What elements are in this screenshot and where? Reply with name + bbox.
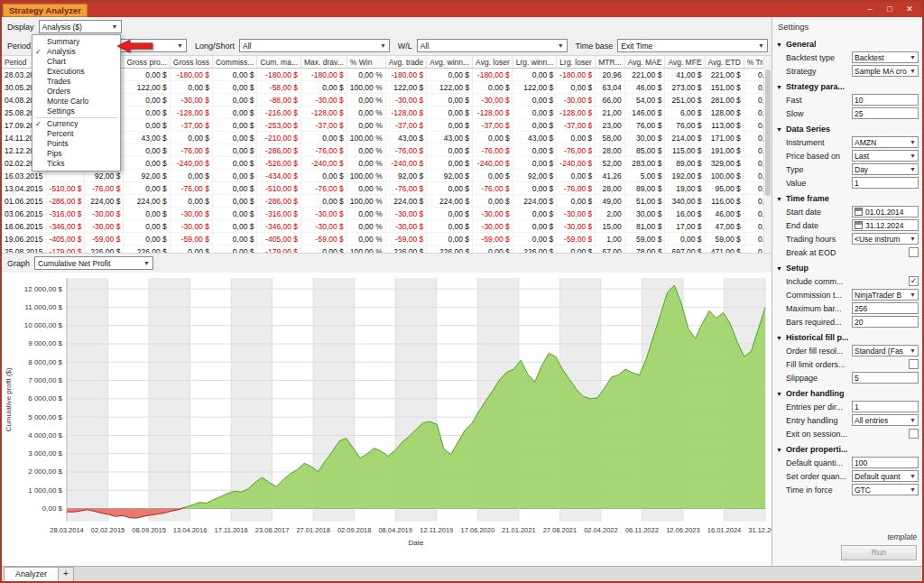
bars-required-input[interactable]: 20 — [852, 316, 919, 328]
default-quanti-input[interactable]: 100 — [852, 457, 919, 468]
start-date-input[interactable]: 01.01.2014 — [852, 206, 919, 217]
table-cell: 100,00 % — [346, 245, 385, 254]
slippage-input[interactable]: 5 — [852, 372, 919, 384]
menu-item-currency[interactable]: ✓Currency — [32, 119, 120, 129]
menu-item-points[interactable]: Points — [32, 139, 120, 149]
run-button[interactable]: Run — [841, 545, 917, 560]
long-short-label: Long/Short — [195, 42, 235, 51]
entries-per-dir-input[interactable]: 1 — [852, 401, 919, 412]
menu-item-trades[interactable]: Trades — [32, 77, 120, 87]
strategy-select[interactable]: Sample MA cro▼ — [852, 65, 919, 77]
menu-item-orders[interactable]: Orders — [32, 87, 120, 97]
template-link[interactable]: template — [887, 532, 917, 541]
set-order-quan-select[interactable]: Default quant▼ — [852, 470, 919, 482]
exit-on-session-checkbox[interactable] — [909, 429, 919, 439]
section-header-historical-fill-p[interactable]: ▼ Historical fill p... — [776, 331, 919, 344]
column-header[interactable]: Gross loss — [170, 56, 212, 69]
time-base-select[interactable]: Exit Time ▼ — [617, 39, 768, 52]
column-header[interactable]: Avg. MFE — [665, 56, 705, 69]
time-in-force-select[interactable]: GTC▼ — [852, 484, 919, 495]
maximize-button[interactable]: □ — [884, 3, 895, 16]
table-cell: -30,00 $ — [301, 220, 347, 233]
table-row[interactable]: 03.06.2015-316,00 $-30,00 $0,00 $-30,00 … — [2, 208, 772, 220]
table-cell: 13.04.2015 — [2, 182, 46, 195]
section-header-order-properti[interactable]: ▼ Order properti... — [776, 443, 919, 456]
menu-item-analysis[interactable]: ✓Analysis — [32, 47, 120, 57]
svg-text:13.04.2016: 13.04.2016 — [173, 526, 208, 534]
column-header[interactable]: Avg. loser — [473, 56, 513, 69]
tab-analyzer[interactable]: Analyzer — [4, 567, 59, 581]
table-row[interactable]: 25.08.2015-179,00 $226,00 $226,00 $0,00 … — [2, 245, 772, 254]
section-header-general[interactable]: ▼ General — [776, 38, 919, 51]
backtest-type-select[interactable]: Backtest▼ — [852, 51, 919, 63]
cumulative-profit-chart[interactable]: 0,00 $1 000,00 $2 000,00 $3 000,00 $4 00… — [2, 273, 772, 566]
chevron-down-icon: ▼ — [910, 54, 916, 60]
add-tab-button[interactable]: + — [59, 567, 74, 581]
section-header-time-frame[interactable]: ▼ Time frame — [776, 192, 919, 205]
menu-item-monte-carlo[interactable]: Monte Carlo — [32, 97, 120, 106]
table-cell: 76,00 $ — [665, 119, 705, 132]
menu-item-percent[interactable]: Percent — [32, 129, 120, 139]
column-header[interactable]: Lrg. winn... — [513, 56, 557, 69]
column-header[interactable]: Avg. trade — [385, 56, 427, 69]
table-row[interactable]: 13.04.2015-510,00 $-76,00 $0,00 $-76,00 … — [2, 182, 772, 195]
scrollbar-thumb[interactable] — [765, 69, 771, 196]
section-header-strategy-para[interactable]: ▼ Strategy para... — [776, 80, 919, 93]
maximum-bar-input[interactable]: 256 — [852, 302, 919, 314]
value-input[interactable]: 1 — [852, 177, 919, 189]
trading-hours-select[interactable]: <Use instrum▼ — [852, 233, 919, 245]
table-cell: 5,00 $ — [624, 170, 665, 182]
commission-t-select[interactable]: NinjaTrader B▼ — [852, 289, 919, 301]
table-cell: -37,00 $ — [301, 119, 347, 132]
section-header-order-handling[interactable]: ▼ Order handling — [776, 387, 919, 400]
order-fill-resol-select[interactable]: Standard (Fas▼ — [852, 345, 919, 356]
table-cell: 43,00 $ — [385, 132, 427, 144]
slow-input[interactable]: 25 — [852, 107, 919, 119]
table-row[interactable]: 18.06.2015-346,00 $-30,00 $0,00 $-30,00 … — [2, 220, 772, 233]
section-header-data-series[interactable]: ▼ Data Series — [776, 123, 919, 135]
entry-handling-select[interactable]: All entries▼ — [852, 414, 919, 426]
table-cell: 0,00 % — [346, 157, 385, 170]
column-header[interactable]: Lrg. loser — [557, 56, 596, 69]
column-header[interactable]: MTR... — [596, 56, 625, 69]
minimize-button[interactable]: – — [864, 3, 875, 16]
instrument-select[interactable]: AMZN▼ — [852, 136, 919, 148]
type-select[interactable]: Day▼ — [852, 163, 919, 175]
menu-item-chart[interactable]: Chart — [32, 57, 120, 67]
close-button[interactable]: ✕ — [904, 3, 915, 16]
column-header[interactable]: Cum. ma... — [257, 56, 301, 69]
include-comm-checkbox[interactable]: ✓ — [909, 276, 919, 286]
chart-svg[interactable]: 0,00 $1 000,00 $2 000,00 $3 000,00 $4 00… — [2, 273, 772, 566]
menu-item-settings[interactable]: Settings — [32, 106, 120, 116]
w-l-select[interactable]: All ▼ — [417, 39, 568, 52]
column-header[interactable]: Avg. ETD — [705, 56, 744, 69]
menu-item-pips[interactable]: Pips — [32, 149, 120, 159]
chevron-down-icon: ▼ — [910, 68, 916, 74]
chevron-down-icon: ▼ — [910, 139, 916, 145]
end-date-input[interactable]: 31.12.2024 — [852, 219, 919, 231]
menu-item-ticks[interactable]: Ticks — [32, 159, 120, 169]
long-short-select[interactable]: All ▼ — [239, 39, 390, 52]
menu-item-summary[interactable]: Summary — [32, 37, 120, 47]
section-header-setup[interactable]: ▼ Setup — [776, 262, 919, 274]
graph-select[interactable]: Cumulative Net Profit ▼ — [34, 256, 153, 270]
setting-label: Fast — [786, 96, 852, 105]
table-row[interactable]: 01.06.2015-286,00 $224,00 $224,00 $0,00 … — [2, 195, 772, 208]
column-header[interactable]: Gross pro... — [124, 56, 170, 69]
fill-limit-orders-checkbox[interactable] — [909, 359, 919, 369]
column-header[interactable]: % Win — [346, 56, 385, 69]
table-cell: 0,00 $ — [513, 69, 557, 81]
break-at-eod-checkbox[interactable] — [909, 247, 919, 257]
column-header[interactable]: Avg. MAE — [624, 56, 665, 69]
table-row[interactable]: 19.06.2015-405,00 $-59,00 $0,00 $-59,00 … — [2, 233, 772, 245]
column-header[interactable]: Max. drav... — [301, 56, 347, 69]
menu-item-executions[interactable]: Executions — [32, 67, 120, 77]
display-select[interactable]: Analysis ($) ▼ — [39, 20, 122, 33]
column-header[interactable]: Avg. winn... — [427, 56, 473, 69]
table-scrollbar[interactable] — [763, 56, 772, 253]
fast-input[interactable]: 10 — [852, 94, 919, 106]
price-based-on-select[interactable]: Last▼ — [852, 150, 919, 162]
svg-text:1 000,00 $: 1 000,00 $ — [28, 486, 62, 495]
column-header[interactable]: Commiss... — [212, 56, 257, 69]
table-cell: 0,00 $ — [427, 106, 473, 119]
